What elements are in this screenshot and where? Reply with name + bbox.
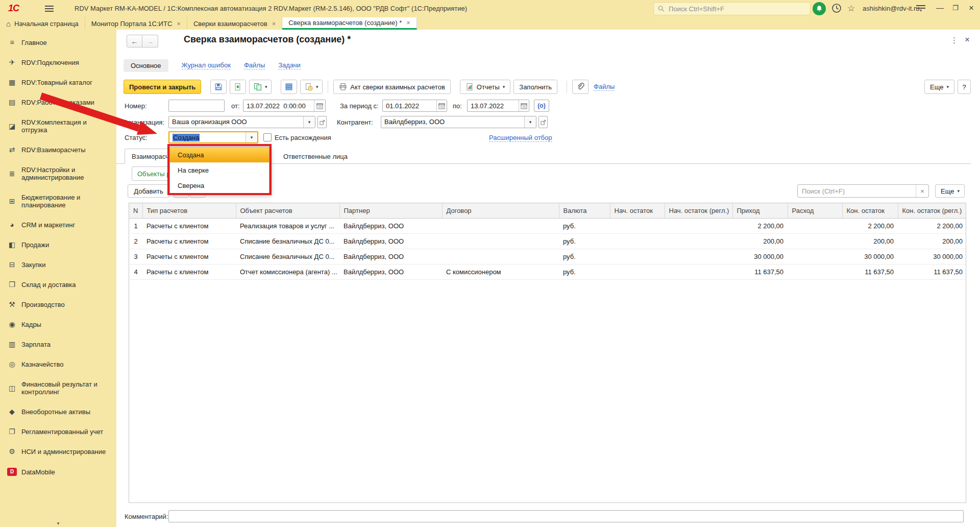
nav-link-2[interactable]: Задачи [278, 61, 301, 69]
dropdown-option[interactable]: На сверке [170, 162, 269, 178]
close-tab-icon[interactable]: × [272, 20, 276, 28]
calendar-icon[interactable] [314, 100, 325, 111]
table-cell[interactable] [665, 265, 732, 280]
table-row[interactable]: 3Расчеты с клиентомСписание безналичных … [129, 249, 966, 265]
help-button[interactable]: ? [958, 80, 971, 94]
table-cell[interactable]: Реализация товаров и услуг ... [236, 219, 339, 234]
sidebar-item-budgeting[interactable]: ⊞Бюджетирование и планирование [0, 187, 116, 215]
column-header[interactable]: Приход [732, 203, 788, 219]
nav-link-0[interactable]: Журнал ошибок [182, 61, 231, 69]
window-tab[interactable]: Сверки взаиморасчетов× [187, 17, 282, 30]
table-cell[interactable]: 200,00 [842, 234, 898, 249]
column-header[interactable]: Кон. остаток (регл.) [898, 203, 966, 219]
dropdown-option[interactable]: Сверена [170, 178, 269, 193]
table-cell[interactable]: 11 637,50 [842, 265, 898, 280]
chevron-down-icon[interactable]: ▾ [246, 132, 257, 142]
forward-button[interactable]: → [142, 35, 158, 47]
history-icon[interactable] [831, 3, 842, 15]
minimize-button[interactable]: — [936, 3, 944, 12]
sidebar-item-rdv-connections[interactable]: ✈RDV:Подключения [0, 53, 116, 73]
add-row-button[interactable]: Добавить [128, 184, 169, 198]
sidebar-item-rdv-admin[interactable]: ≣RDV:Настройки и администрирование [0, 160, 116, 187]
table-cell[interactable]: Вайлдберриз, ООО [339, 234, 442, 249]
table-cell[interactable]: Отчет комиссионера (агента) ... [236, 265, 339, 280]
sidebar-item-rdv-shipping[interactable]: ◪RDV:Комплектация и отгрузка [0, 112, 116, 140]
table-cell[interactable]: Вайлдберриз, ООО [339, 219, 442, 234]
change-history-button[interactable]: ▾ [300, 80, 323, 94]
table-cell[interactable]: Списание безналичных ДС 0... [236, 249, 339, 265]
table-cell[interactable]: 2 200,00 [842, 219, 898, 234]
table-cell[interactable] [442, 219, 559, 234]
sidebar-item-nsi[interactable]: ⚙НСИ и администрирование [0, 442, 116, 462]
open-organization-button[interactable] [317, 116, 327, 128]
table-row[interactable]: 1Расчеты с клиентомРеализация товаров и … [129, 219, 966, 234]
sidebar-item-assets[interactable]: ◆Внеоборотные активы [0, 402, 116, 422]
table-cell[interactable]: Расчеты с клиентом [142, 249, 236, 265]
close-window-button[interactable]: × [969, 3, 974, 13]
table-cell[interactable]: 11 637,50 [898, 265, 966, 280]
back-button[interactable]: ← [127, 35, 142, 47]
sidebar-scroll-down-icon[interactable]: ▾ [0, 519, 116, 527]
chevron-down-icon[interactable]: ▾ [524, 116, 536, 128]
sidebar-item-rdv-catalog[interactable]: ▦RDV:Товарный каталог [0, 73, 116, 92]
table-cell[interactable]: руб. [559, 249, 610, 265]
page-tab-2[interactable]: Ответственные лица [277, 149, 354, 164]
table-cell[interactable] [788, 219, 842, 234]
files-link[interactable]: Файлы [594, 83, 615, 91]
main-menu-icon[interactable] [45, 8, 54, 9]
table-cell[interactable]: Списание безналичных ДС 0... [236, 234, 339, 249]
sidebar-item-datamobile[interactable]: DDataMobile [0, 462, 116, 482]
table-cell[interactable] [788, 249, 842, 265]
sidebar-item-treasury[interactable]: ◎Казначейство [0, 354, 116, 374]
restore-button[interactable]: ❐ [952, 4, 959, 12]
column-header[interactable]: Кон. остаток [842, 203, 898, 219]
close-form-icon[interactable]: × [965, 35, 970, 45]
sidebar-item-sales[interactable]: ◧Продажи [0, 235, 116, 255]
form-menu-icon[interactable]: ⋮ [950, 36, 958, 45]
table-cell[interactable]: руб. [559, 265, 610, 280]
table-cell[interactable]: 2 [129, 234, 142, 249]
table-cell[interactable]: Расчеты с клиентом [142, 234, 236, 249]
table-cell[interactable]: 3 [129, 249, 142, 265]
table-cell[interactable] [610, 219, 665, 234]
sidebar-item-production[interactable]: ⚒Производство [0, 295, 116, 315]
column-header[interactable]: Тип расчетов [142, 203, 236, 219]
more-button[interactable]: Еще ▾ [924, 80, 954, 94]
table-cell[interactable] [442, 234, 559, 249]
table-cell[interactable] [610, 249, 665, 265]
table-cell[interactable] [665, 249, 732, 265]
table-cell[interactable] [665, 234, 732, 249]
number-input[interactable] [169, 100, 224, 111]
list-more-button[interactable]: Еще ▾ [935, 184, 965, 198]
sidebar-item-main[interactable]: ≡Главное [0, 33, 116, 53]
table-cell[interactable] [610, 234, 665, 249]
table-cell[interactable]: Вайлдберриз, ООО [339, 265, 442, 280]
post-and-close-button[interactable]: Провести и закрыть [124, 80, 201, 94]
sidebar-item-rdv-orders[interactable]: ▤RDV:Работа с заказами [0, 92, 116, 112]
close-tab-icon[interactable]: × [177, 20, 181, 28]
reconciliation-act-button[interactable]: Акт сверки взаимных расчетов [333, 80, 450, 94]
table-cell[interactable] [665, 219, 732, 234]
notifications-icon[interactable] [813, 2, 826, 15]
table-cell[interactable]: Расчеты с клиентом [142, 219, 236, 234]
create-based-on-button[interactable]: ▾ [249, 80, 272, 94]
table-cell[interactable]: 2 200,00 [732, 219, 788, 234]
table-row[interactable]: 2Расчеты с клиентомСписание безналичных … [129, 234, 966, 249]
global-search[interactable] [653, 2, 811, 15]
column-header[interactable]: Партнер [339, 203, 442, 219]
column-header[interactable]: Договор [442, 203, 559, 219]
column-header[interactable]: Расход [788, 203, 842, 219]
column-header[interactable]: Нач. остаток (регл.) [665, 203, 732, 219]
sidebar-item-purchases[interactable]: ⊟Закупки [0, 255, 116, 275]
nav-link-1[interactable]: Файлы [244, 61, 265, 69]
table-cell[interactable] [788, 265, 842, 280]
sidebar-item-finance[interactable]: ◫Финансовый результат и контроллинг [0, 374, 116, 402]
table-cell[interactable]: 4 [129, 265, 142, 280]
chevron-down-icon[interactable]: ▾ [303, 116, 315, 128]
window-tab[interactable]: Монитор Портала 1С:ИТС× [85, 17, 187, 30]
discrepancies-checkbox[interactable] [263, 133, 272, 141]
table-cell[interactable]: 30 000,00 [842, 249, 898, 265]
fill-button[interactable]: Заполнить [513, 80, 557, 94]
list-search[interactable]: × [797, 184, 929, 198]
global-search-input[interactable] [668, 5, 806, 13]
